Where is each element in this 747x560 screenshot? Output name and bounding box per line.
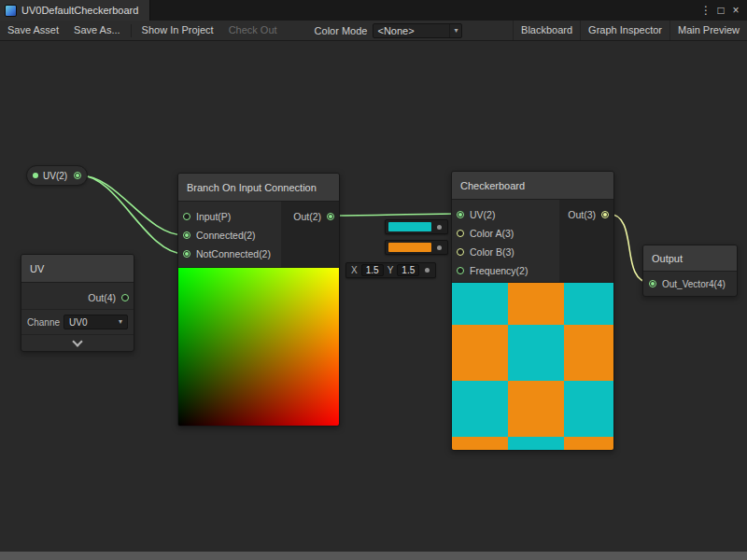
graph-inspector-toggle-button[interactable]: Graph Inspector: [580, 21, 669, 40]
port-checker-uv[interactable]: [457, 211, 464, 218]
edge-uv2-to-connected[interactable]: [80, 175, 184, 235]
branch-ports-section: Input(P) Connected(2) NotConnected(2) Ou…: [178, 202, 339, 267]
color-a-swatch[interactable]: [388, 222, 431, 231]
tab-bar: UV0DefaultCheckerboard ⋮ □ ×: [0, 0, 747, 21]
node-uv[interactable]: UV Out(4) Channe UV0 ▾: [21, 254, 134, 352]
color-b-swatch[interactable]: [388, 243, 431, 252]
port-label-out-vector4: Out_Vector4(4): [662, 279, 726, 289]
port-label-input-p: Input(P): [196, 211, 231, 222]
collapse-chevron-icon[interactable]: [72, 336, 82, 346]
port-out4[interactable]: [121, 294, 129, 301]
maximize-icon[interactable]: □: [713, 0, 728, 21]
frequency-x-field[interactable]: 1.5: [361, 264, 384, 276]
frequency-control: X 1.5 Y 1.5: [345, 262, 436, 278]
color-a-control: [385, 219, 448, 234]
port-label-frequency: Frequency(2): [470, 265, 528, 276]
branch-node-title: Branch On Input Connection: [187, 182, 317, 193]
show-in-project-button[interactable]: Show In Project: [134, 21, 221, 40]
channel-dropdown[interactable]: UV0 ▾: [63, 315, 128, 329]
toolbar-right-group: Blackboard Graph Inspector Main Preview: [513, 21, 747, 40]
property-dot-icon: [33, 173, 38, 178]
blackboard-toggle-button[interactable]: Blackboard: [513, 21, 580, 40]
tab-title: UV0DefaultCheckerboard: [21, 5, 138, 16]
port-out2[interactable]: [327, 213, 334, 220]
uv-ports-section: Out(4): [21, 283, 134, 309]
port-out3[interactable]: [601, 211, 609, 218]
port-input-p[interactable]: [183, 213, 190, 220]
frequency-x-label: X: [351, 265, 358, 275]
main-preview-toggle-button[interactable]: Main Preview: [669, 21, 747, 40]
branch-node-header[interactable]: Branch On Input Connection: [178, 174, 339, 202]
uv-node-title: UV: [30, 263, 44, 274]
checkerboard-node-header[interactable]: Checkerboard: [452, 172, 613, 200]
tab-uv0defaultcheckerboard[interactable]: UV0DefaultCheckerboard: [0, 0, 150, 21]
connector-dot-icon: [437, 225, 442, 230]
color-mode-dropdown[interactable]: <None> ▾: [373, 23, 462, 38]
node-output[interactable]: Output Out_Vector4(4): [642, 245, 738, 297]
checkerboard-ports-section: UV(2) Color A(3) Color B(3) Frequency(2)…: [452, 200, 613, 282]
uv-gradient-preview: [178, 267, 339, 426]
port-out-vector4[interactable]: [649, 280, 656, 287]
edge-branch-out-to-checker-uv[interactable]: [333, 214, 458, 216]
port-label-color-a: Color A(3): [470, 228, 514, 239]
window-bottom-strip: [0, 552, 747, 560]
uv-node-header[interactable]: UV: [21, 255, 134, 283]
checkerboard-preview: [452, 282, 613, 450]
chevron-down-icon: ▾: [449, 24, 458, 37]
port-notconnected[interactable]: [183, 250, 190, 258]
port-color-b[interactable]: [457, 248, 464, 256]
shader-graph-icon: [5, 5, 17, 17]
toolbar-separator: [131, 24, 132, 37]
port-label-notconnected: NotConnected(2): [196, 248, 271, 259]
channel-label: Channe: [27, 317, 60, 328]
port-label-out2: Out(2): [293, 211, 321, 222]
connector-dot-icon: [425, 268, 430, 273]
toolbar: Save Asset Save As... Show In Project Ch…: [0, 21, 747, 41]
collapse-row: [21, 334, 134, 351]
channel-control-row: Channe UV0 ▾: [21, 309, 134, 334]
frequency-y-field[interactable]: 1.5: [397, 264, 419, 276]
connector-dot-icon: [437, 245, 442, 250]
port-uv2-out[interactable]: [74, 172, 81, 179]
color-mode-value: <None>: [377, 25, 414, 36]
check-out-button: Check Out: [221, 21, 285, 40]
edge-uv2-to-notconnected[interactable]: [80, 175, 184, 254]
port-label-out3: Out(3): [568, 209, 596, 220]
checkerboard-node-title: Checkerboard: [460, 180, 525, 191]
port-label-connected: Connected(2): [196, 230, 256, 241]
menu-kebab-icon[interactable]: ⋮: [698, 0, 713, 21]
port-connected[interactable]: [183, 231, 190, 239]
window-controls: ⋮ □ ×: [698, 0, 747, 21]
save-asset-button[interactable]: Save Asset: [0, 21, 66, 40]
output-port-row: Out_Vector4(4): [643, 272, 737, 296]
graph-canvas[interactable]: UV(2) UV Out(4) Channe UV0 ▾ Branch On I…: [0, 0, 747, 560]
node-checkerboard[interactable]: Checkerboard UV(2) Color A(3) Color B(3)…: [451, 171, 614, 451]
port-frequency[interactable]: [457, 267, 464, 274]
output-node-title: Output: [652, 253, 683, 264]
port-label-out4: Out(4): [88, 292, 116, 303]
close-icon[interactable]: ×: [728, 0, 743, 21]
chevron-down-icon: ▾: [115, 315, 122, 329]
port-label-checker-uv: UV(2): [470, 209, 495, 220]
save-as-button[interactable]: Save As...: [66, 21, 128, 40]
pill-label: UV(2): [43, 171, 67, 181]
frequency-y-label: Y: [388, 265, 394, 275]
color-b-control: [385, 240, 448, 255]
node-branch-on-input-connection[interactable]: Branch On Input Connection Input(P) Conn…: [177, 173, 340, 427]
port-label-color-b: Color B(3): [470, 246, 514, 258]
port-color-a[interactable]: [457, 230, 464, 237]
output-node-header[interactable]: Output: [643, 245, 737, 272]
channel-value: UV0: [69, 317, 87, 328]
color-mode-label: Color Mode: [309, 25, 374, 36]
node-uv2-pill[interactable]: UV(2): [26, 165, 88, 186]
